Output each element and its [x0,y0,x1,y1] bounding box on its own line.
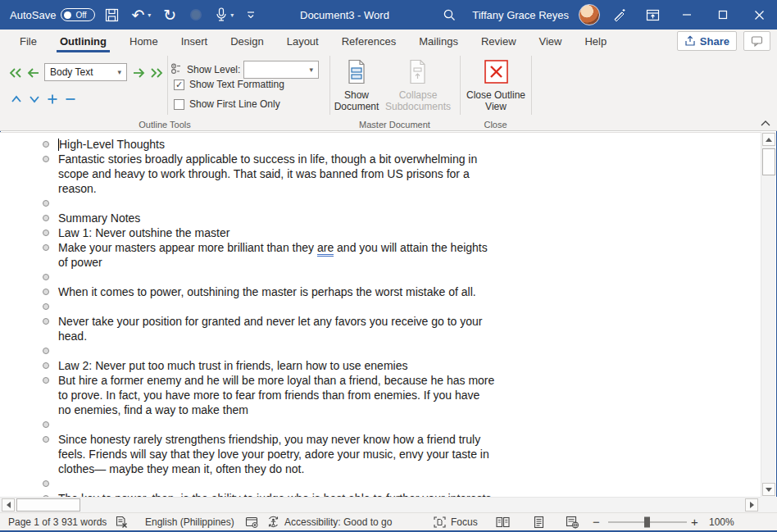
show-level-dropdown[interactable]: ▾ [243,61,319,79]
outline-line[interactable]: Make your masters appear more brilliant … [43,240,494,255]
account-name[interactable]: Tiffany Grace Reyes [466,0,575,30]
move-down-button[interactable] [25,90,43,108]
outline-line[interactable]: head. [43,329,494,343]
outline-line[interactable] [43,476,494,491]
outline-line[interactable] [43,343,494,358]
vertical-scrollbar[interactable] [761,132,775,497]
promote-button[interactable] [25,64,43,82]
dictate-button[interactable]: ▾ [213,3,236,26]
outline-line[interactable]: Law 1: Never outshine the master [43,225,494,240]
outline-line[interactable]: Law 2: Never put too much trust in frien… [43,358,494,373]
scroll-up-button[interactable] [762,133,775,146]
collapse-button[interactable] [61,90,80,108]
zoom-slider[interactable] [607,513,688,530]
outline-bullet-icon[interactable] [43,274,49,280]
search-button[interactable] [433,0,466,30]
zoom-in-button[interactable]: + [691,513,698,530]
show-document-button[interactable]: Show Document [333,55,380,119]
outline-bullet-icon[interactable] [43,230,49,236]
save-button[interactable] [102,3,121,26]
tab-outlining[interactable]: Outlining [48,30,118,52]
outline-line[interactable]: But hire a former enemy and he will be m… [43,373,494,388]
scroll-right-button[interactable] [745,498,758,512]
outline-bullet-icon[interactable] [43,436,49,443]
outline-line[interactable]: Summary Notes [43,211,494,225]
quick-access-overflow-button[interactable] [243,3,258,26]
outline-bullet-icon[interactable] [43,215,49,221]
tab-insert[interactable]: Insert [170,30,220,52]
outline-line[interactable]: no enemies, find a way to make them [43,402,494,417]
account-avatar[interactable] [575,0,603,30]
word-count[interactable]: 931 words [61,513,107,530]
outline-bullet-icon[interactable] [43,348,49,354]
tab-design[interactable]: Design [219,30,275,52]
outline-bullet-icon[interactable] [43,289,49,295]
collapse-ribbon-button[interactable] [757,116,774,130]
outline-bullet-icon[interactable] [43,421,49,428]
outline-bullet-icon[interactable] [43,480,49,487]
outline-line[interactable]: When it comes to power, outshining the m… [43,284,494,299]
document-canvas[interactable]: High-Level ThoughtsFantastic stories bro… [0,132,761,497]
outline-line[interactable]: scope and heavy to work through. That sa… [43,166,494,181]
outline-line[interactable]: of power [43,255,494,270]
autosave-switch-icon[interactable]: Off [61,8,95,21]
outline-line[interactable]: feels. Friends will say that they love y… [43,447,494,462]
inking-button[interactable] [603,0,636,30]
maximize-button[interactable] [705,0,741,30]
horizontal-scrollbar[interactable] [0,497,761,512]
show-first-line-option[interactable]: Show First Line Only [174,98,280,110]
outline-line[interactable]: clothes— maybe they mean it, often they … [43,462,494,476]
tab-references[interactable]: References [330,30,407,52]
checkbox-unchecked-icon[interactable] [174,99,184,110]
close-button[interactable] [741,0,777,30]
macro-record-button[interactable] [245,513,259,530]
outline-bullet-icon[interactable] [43,141,49,148]
outline-bullet-icon[interactable] [43,318,49,325]
outline-line[interactable] [43,299,494,314]
demote-button[interactable] [130,64,148,82]
tab-view[interactable]: View [528,30,574,52]
accessibility-status[interactable]: Accessibility: Good to go [266,513,392,530]
undo-button[interactable]: ↶ ▾ [129,3,153,26]
autosave-toggle[interactable]: AutoSave Off [10,8,95,21]
outline-bullet-icon[interactable] [43,377,49,384]
language-indicator[interactable]: English (Philippines) [145,513,234,530]
checkbox-checked-icon[interactable]: ✓ [174,80,184,90]
horizontal-scroll-thumb[interactable] [16,498,80,512]
scroll-left-button[interactable] [2,498,15,512]
outline-line[interactable]: Since honesty rarely strengthens friends… [43,432,494,447]
ribbon-display-options-button[interactable] [636,0,669,30]
show-text-formatting-option[interactable]: ✓ Show Text Formatting [174,79,284,90]
outline-bullet-icon[interactable] [43,362,49,369]
outline-line[interactable] [43,270,494,284]
record-button[interactable] [186,3,206,26]
comments-button[interactable] [743,31,770,51]
outline-line[interactable]: High-Level Thoughts [43,137,494,152]
tab-review[interactable]: Review [470,30,528,52]
demote-to-bodytext-button[interactable] [148,64,166,82]
tab-layout[interactable]: Layout [275,30,330,52]
outline-level-dropdown[interactable]: Body Text ▾ [44,63,127,81]
tab-file[interactable]: File [8,30,48,52]
tab-home[interactable]: Home [118,30,170,52]
scroll-down-button[interactable] [762,483,775,496]
outline-line[interactable]: to prove. In fact, you have more to fear… [43,388,494,402]
page-indicator[interactable]: Page 1 of 3 [8,513,58,530]
share-button[interactable]: Share [677,31,737,51]
proofing-status-button[interactable] [115,513,128,530]
outline-line[interactable]: reason. [43,181,494,196]
print-layout-button[interactable] [533,513,545,530]
tab-mailings[interactable]: Mailings [407,30,470,52]
web-layout-button[interactable] [566,513,579,530]
outline-line[interactable]: The key to power, then, is the ability t… [43,491,494,497]
focus-mode-button[interactable]: Focus [433,513,478,530]
close-outline-view-button[interactable]: Close Outline View [465,55,527,119]
outline-line[interactable]: Never take your position for granted and… [43,314,494,329]
redo-button[interactable]: ↻ [161,3,179,26]
tab-help[interactable]: Help [573,30,618,52]
minimize-button[interactable] [669,0,705,30]
zoom-percent[interactable]: 100% [709,513,734,530]
vertical-scroll-thumb[interactable] [762,148,775,175]
outline-bullet-icon[interactable] [43,156,49,162]
outline-line[interactable] [43,196,494,211]
